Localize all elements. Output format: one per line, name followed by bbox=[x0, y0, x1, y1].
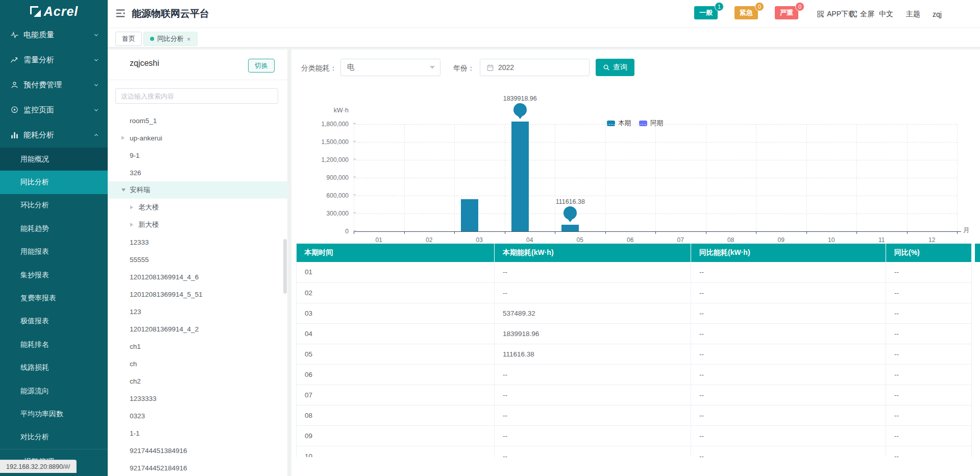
acrel-logo[interactable]: Acrel bbox=[0, 0, 108, 22]
acrel-logo-icon bbox=[30, 6, 41, 17]
tree-item-ch1[interactable]: ch1 bbox=[108, 338, 287, 355]
x-tick-label: 03 bbox=[454, 236, 505, 244]
tree-item-326[interactable]: 326 bbox=[108, 164, 287, 181]
legend-item-同期[interactable]: 同期 bbox=[639, 119, 663, 128]
sidebar-item-监控页面[interactable]: 监控页面 bbox=[0, 98, 108, 123]
tree-item-ch2[interactable]: ch2 bbox=[108, 372, 287, 390]
sidebar-subitem-用能概况[interactable]: 用能概况 bbox=[0, 148, 108, 171]
sidebar-subitem-同比分析[interactable]: 同比分析 bbox=[0, 171, 108, 194]
tree-item-ch[interactable]: ch bbox=[108, 355, 287, 372]
table-cell: -- bbox=[495, 446, 691, 457]
tree-item-123[interactable]: 123 bbox=[108, 303, 287, 320]
sidebar-item-电能质量[interactable]: 电能质量 bbox=[0, 22, 108, 47]
y-tick-label: 300,000 bbox=[298, 210, 349, 217]
header-link-zqj[interactable]: zqj bbox=[933, 0, 942, 28]
sidebar-subitem-能耗排名[interactable]: 能耗排名 bbox=[0, 333, 108, 356]
header-link-全屏[interactable]: 全屏 bbox=[850, 0, 874, 28]
tree-item-1233333[interactable]: 1233333 bbox=[108, 390, 287, 407]
x-tick-label: 06 bbox=[605, 236, 656, 244]
table-cell: 06 bbox=[297, 364, 495, 385]
x-tick-label: 04 bbox=[505, 236, 555, 244]
tab-label: 同比分析 bbox=[157, 34, 184, 43]
search-icon bbox=[603, 64, 610, 71]
year-picker[interactable]: 2022 bbox=[480, 59, 590, 76]
tree-item-1-1[interactable]: 1-1 bbox=[108, 424, 287, 442]
header-link-主题[interactable]: 主题 bbox=[906, 0, 920, 28]
sidebar-subitem-平均功率因数[interactable]: 平均功率因数 bbox=[0, 402, 108, 425]
tab-home[interactable]: 首页 bbox=[115, 32, 142, 46]
y-axis-unit: kW·h bbox=[312, 107, 349, 114]
sidebar-subitem-能源流向[interactable]: 能源流向 bbox=[0, 379, 108, 402]
sidebar-subitem-对比分析[interactable]: 对比分析 bbox=[0, 426, 108, 449]
tree-item-room5_1[interactable]: room5_1 bbox=[108, 112, 287, 129]
y-tick-label: 0 bbox=[298, 228, 349, 235]
sidebar-subitem-复费率报表[interactable]: 复费率报表 bbox=[0, 287, 108, 310]
sidebar-subitem-集抄报表[interactable]: 集抄报表 bbox=[0, 264, 108, 287]
tree-item-12333[interactable]: 12333 bbox=[108, 233, 287, 251]
tree-item-老大楼[interactable]: 老大楼 bbox=[108, 199, 287, 216]
sidebar-subitem-极值报表[interactable]: 极值报表 bbox=[0, 310, 108, 333]
tree-collapse-arrow-icon[interactable] bbox=[130, 205, 133, 209]
alarm-button-1[interactable]: 一般1 bbox=[694, 6, 718, 19]
app-root: Acrel 电能质量需量分析预付费管理监控页面能耗分析用能概况同比分析环比分析能… bbox=[0, 0, 980, 476]
yoy-data-table: 本期时间本期能耗(kW·h)同比能耗(kW·h)同比(%) 01------02… bbox=[296, 244, 972, 457]
y-tick-label: 900,000 bbox=[298, 174, 349, 181]
sidebar-subitem-能耗趋势[interactable]: 能耗趋势 bbox=[0, 217, 108, 240]
tree-item-12012081369914_4_2[interactable]: 12012081369914_4_2 bbox=[108, 320, 287, 338]
tree-expand-arrow-icon[interactable] bbox=[121, 188, 126, 192]
header-link-中文[interactable]: 中文 bbox=[879, 0, 893, 28]
table-header-clipped-column bbox=[975, 244, 980, 262]
y-tick bbox=[353, 123, 356, 124]
v-gridline bbox=[856, 124, 857, 231]
tab-yoy-analysis[interactable]: 同比分析 × bbox=[143, 32, 198, 46]
legend-label: 本期 bbox=[618, 119, 631, 128]
tree-item-新大楼[interactable]: 新大楼 bbox=[108, 216, 287, 233]
tree-item-921744452184916[interactable]: 921744452184916 bbox=[108, 459, 287, 476]
tab-label: 首页 bbox=[122, 34, 135, 43]
alarm-button-3[interactable]: 严重0 bbox=[775, 6, 798, 19]
table-cell: -- bbox=[886, 344, 972, 364]
alarm-button-2[interactable]: 紧急0 bbox=[734, 6, 758, 19]
x-tick-label: 10 bbox=[806, 236, 857, 244]
tree-search-input[interactable] bbox=[115, 88, 278, 104]
switch-project-button[interactable]: 切换 bbox=[248, 59, 275, 73]
x-axis-unit: 月 bbox=[963, 226, 970, 235]
table-cell: -- bbox=[886, 385, 972, 405]
tree-item-安科瑞[interactable]: 安科瑞 bbox=[108, 181, 287, 199]
fullscreen-icon bbox=[850, 10, 857, 18]
yoy-data-table-wrap[interactable]: 本期时间本期能耗(kW·h)同比能耗(kW·h)同比(%) 01------02… bbox=[296, 244, 980, 457]
tree-item-12012081369914_4_6[interactable]: 12012081369914_4_6 bbox=[108, 268, 287, 285]
project-name: zqjceshi bbox=[130, 59, 159, 68]
waveform-icon bbox=[10, 31, 19, 39]
tree-scrollbar[interactable] bbox=[283, 239, 287, 294]
tree-item-55555[interactable]: 55555 bbox=[108, 251, 287, 268]
collapse-menu-icon[interactable] bbox=[115, 8, 126, 19]
table-cell: -- bbox=[886, 303, 972, 323]
sidebar-subitem-环比分析[interactable]: 环比分析 bbox=[0, 194, 108, 217]
table-row: 041839918.96---- bbox=[297, 323, 972, 344]
tree-collapse-arrow-icon[interactable] bbox=[121, 136, 125, 140]
y-tick-label: 1,800,000 bbox=[298, 121, 349, 128]
tree-item-0323[interactable]: 0323 bbox=[108, 407, 287, 424]
legend-item-本期[interactable]: 本期 bbox=[607, 119, 631, 128]
query-button[interactable]: 查询 bbox=[596, 59, 634, 76]
tree-item-label: 12012081369914_4_2 bbox=[130, 325, 199, 333]
tree-item-label: 安科瑞 bbox=[130, 185, 151, 195]
tree-collapse-arrow-icon[interactable] bbox=[130, 223, 133, 227]
close-icon[interactable]: × bbox=[187, 36, 191, 42]
sidebar-item-label: 需量分析 bbox=[23, 55, 93, 65]
tree-item-921744451384916[interactable]: 921744451384916 bbox=[108, 442, 287, 459]
tree-item-9-1[interactable]: 9-1 bbox=[108, 147, 287, 164]
sidebar-item-能耗分析[interactable]: 能耗分析 bbox=[0, 123, 108, 148]
energy-category-select[interactable]: 电 bbox=[340, 59, 440, 76]
sidebar-item-需量分析[interactable]: 需量分析 bbox=[0, 47, 108, 73]
tree-item-12012081369914_5_51[interactable]: 12012081369914_5_51 bbox=[108, 285, 287, 303]
sidebar-subitem-线路损耗[interactable]: 线路损耗 bbox=[0, 356, 108, 379]
query-button-label: 查询 bbox=[613, 63, 627, 72]
sidebar-subitem-用能报表[interactable]: 用能报表 bbox=[0, 241, 108, 264]
table-row: 06------ bbox=[297, 364, 972, 385]
tree-item-up-ankerui[interactable]: up-ankerui bbox=[108, 129, 287, 147]
chevron-down-icon bbox=[93, 57, 100, 63]
sidebar-item-预付费管理[interactable]: 预付费管理 bbox=[0, 73, 108, 98]
table-cell: -- bbox=[886, 282, 972, 303]
